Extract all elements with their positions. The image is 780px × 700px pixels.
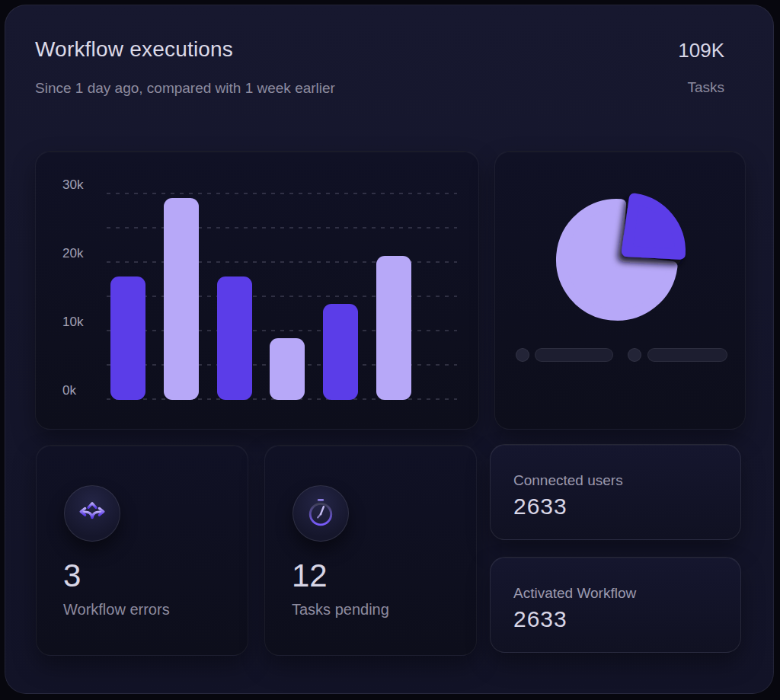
- y-axis-tick: 20k: [62, 246, 83, 261]
- page-title: Workflow executions: [35, 37, 233, 62]
- dashboard-panel: Workflow executions Since 1 day ago, com…: [5, 5, 774, 694]
- bar-5: [323, 304, 358, 400]
- gridline: [107, 227, 457, 229]
- y-axis-tick: 30k: [62, 177, 83, 193]
- bar-4: [270, 338, 305, 400]
- connected-users-label: Connected users: [513, 472, 623, 489]
- bar-plot: 0k10k20k30k: [62, 170, 457, 400]
- y-axis-tick: 0k: [62, 383, 76, 398]
- page-subtitle: Since 1 day ago, compared with 1 week ea…: [35, 80, 335, 97]
- bar-1: [110, 276, 145, 400]
- workflow-errors-value: 3: [63, 560, 81, 592]
- tasks-pending-card: 12 Tasks pending: [264, 445, 477, 656]
- tasks-total-value: 109K: [678, 39, 724, 62]
- stopwatch-icon: [304, 497, 337, 530]
- tasks-total: 109K Tasks: [678, 39, 724, 96]
- activated-workflow-value: 2633: [513, 606, 567, 632]
- split-arrows-icon: [75, 497, 109, 530]
- tasks-pending-label: Tasks pending: [292, 601, 389, 618]
- workflow-errors-icon-badge: [64, 485, 120, 542]
- tasks-pending-value: 12: [292, 560, 328, 592]
- connected-users-value: 2633: [513, 494, 567, 519]
- pie-chart-card: [494, 151, 746, 430]
- legend-label-placeholder: [647, 348, 727, 362]
- bar-3: [217, 276, 252, 400]
- connected-users-card: Connected users 2633: [490, 444, 741, 540]
- activated-workflow-card: Activated Workflow 2633: [490, 557, 741, 653]
- legend-dot-placeholder: [516, 348, 529, 362]
- tasks-pending-icon-badge: [292, 485, 349, 542]
- pie-chart: [495, 152, 746, 430]
- tasks-total-label: Tasks: [678, 79, 724, 96]
- legend-dot-placeholder: [628, 348, 641, 362]
- pie-slice-secondary: [627, 199, 680, 254]
- activated-workflow-label: Activated Workflow: [513, 585, 636, 602]
- gridline: [107, 193, 457, 194]
- legend-label-placeholder: [535, 348, 613, 362]
- y-axis-tick: 10k: [62, 315, 83, 330]
- bar-6: [376, 256, 411, 400]
- workflow-errors-card: 3 Workflow errors: [36, 445, 248, 656]
- workflow-errors-label: Workflow errors: [63, 601, 170, 618]
- bar-2: [164, 198, 199, 401]
- bar-chart-card: 0k10k20k30k: [35, 151, 479, 430]
